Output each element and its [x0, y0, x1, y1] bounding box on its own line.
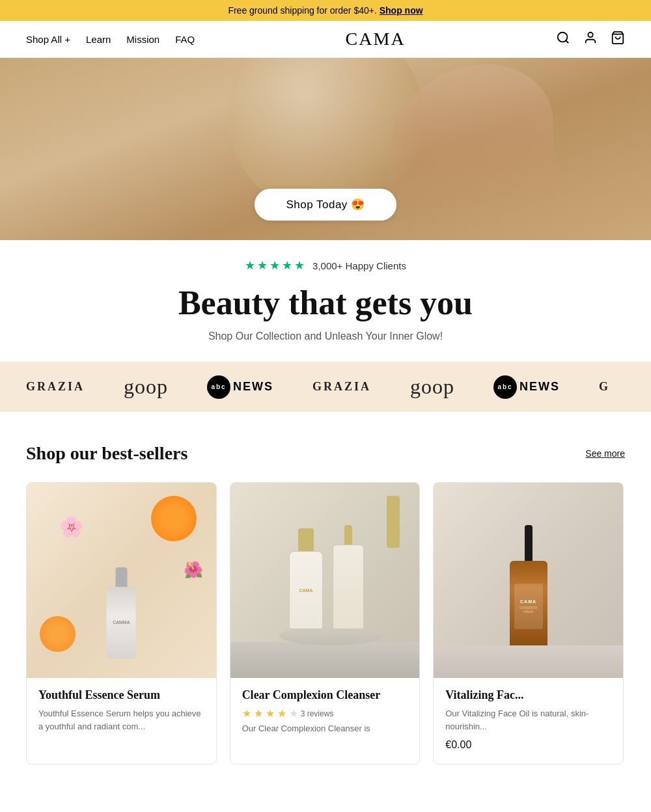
product-image-cleanser: CAMA: [230, 483, 420, 678]
happy-clients-text: 3,000+ Happy Clients: [312, 260, 406, 271]
bottle-label: CAMMA: [111, 619, 131, 627]
pump-head: [298, 528, 314, 551]
see-more-link[interactable]: See more: [585, 448, 625, 459]
press-grazia-3: G: [599, 380, 610, 394]
product-card-serum[interactable]: 🌸 🌺 CAMMA Youthful Essence Serum Youthfu…: [26, 482, 217, 765]
star-2: ★: [257, 258, 268, 273]
p-star-2: ★: [254, 707, 263, 720]
oil-bottle-body: CAMA CONDENTA SINAA: [510, 561, 547, 652]
product-card-oil[interactable]: CAMA CONDENTA SINAA Vitalizing Fac... Ou…: [433, 482, 624, 765]
product-image-serum: 🌸 🌺 CAMMA: [27, 483, 216, 678]
abc-circle-icon-2: abc: [493, 375, 517, 399]
press-grazia-1: GRAZIA: [26, 380, 85, 394]
cleanser-label-1: CAMA: [299, 588, 312, 593]
oil-bottle-group: CAMA CONDENTA SINAA: [510, 525, 547, 652]
hero-headline: Beauty that gets you: [26, 284, 625, 321]
hero-text-section: Beauty that gets you Shop Our Collection…: [0, 278, 651, 362]
best-sellers-header: Shop our best-sellers See more: [26, 443, 625, 464]
product-card-cleanser[interactable]: CAMA Clear Complexion Cleanser ★ ★ ★ ★ ★: [230, 482, 421, 765]
product-desc-cleanser: Our Clear Complexion Cleanser is: [242, 722, 408, 735]
announcement-bar: Free ground shipping for order $40+. Sho…: [0, 0, 651, 21]
pump-head-2: [344, 525, 352, 545]
orange-decoration-2: [40, 616, 76, 652]
best-sellers-title: Shop our best-sellers: [26, 443, 187, 464]
press-grazia-2: GRAZIA: [312, 380, 371, 394]
product-desc-oil: Our Vitalizing Face Oil is natural, skin…: [445, 707, 611, 733]
faucet-decoration: [387, 496, 400, 548]
best-sellers-section: Shop our best-sellers See more 🌸 🌺 CAMMA: [0, 412, 651, 791]
products-grid: 🌸 🌺 CAMMA Youthful Essence Serum Youthfu…: [26, 482, 625, 765]
svg-point-0: [558, 32, 568, 42]
abc-circle-icon: abc: [207, 375, 230, 399]
press-abcnews-2: abc NEWS: [493, 375, 560, 399]
product-price-oil: €0.00: [445, 739, 611, 751]
surface: [434, 645, 623, 678]
press-goop-1: goop: [124, 375, 168, 399]
orange-decoration-1: [151, 496, 197, 541]
site-logo[interactable]: CAMA: [346, 29, 406, 49]
flower-decoration-2: 🌺: [184, 561, 203, 579]
oil-brand: CAMA: [520, 599, 536, 604]
cleanser-body-2: [333, 545, 364, 629]
hero-section: Shop Today 😍: [0, 58, 651, 240]
p-star-3: ★: [266, 707, 275, 720]
svg-line-1: [566, 40, 568, 43]
search-icon[interactable]: [556, 31, 570, 48]
main-nav: Shop All + Learn Mission FAQ: [26, 34, 195, 45]
news-text: NEWS: [233, 380, 273, 394]
rating-stars: ★ ★ ★ ★ ★: [245, 258, 305, 273]
product-name-cleanser: Clear Complexion Cleanser: [242, 688, 408, 702]
header: Shop All + Learn Mission FAQ CAMA: [0, 21, 651, 58]
hero-subheadline: Shop Our Collection and Unleash Your Inn…: [26, 331, 625, 342]
press-goop-2: goop: [410, 375, 454, 399]
review-count-cleanser: 3 reviews: [301, 709, 334, 718]
product-info-cleanser: Clear Complexion Cleanser ★ ★ ★ ★ ★ 3 re…: [230, 678, 420, 755]
cleanser-bottle-1-group: CAMA: [289, 528, 323, 629]
cleanser-bottle-2-group: [333, 525, 364, 629]
press-logos-list: GRAZIA goop abc NEWS GRAZIA goop abc NEW…: [0, 375, 651, 399]
product-name-serum: Youthful Essence Serum: [38, 688, 204, 702]
account-icon[interactable]: [583, 31, 598, 48]
product-name-oil: Vitalizing Fac...: [445, 688, 611, 702]
shop-today-button[interactable]: Shop Today 😍: [255, 189, 396, 221]
p-star-4: ★: [277, 707, 286, 720]
social-proof-bar: ★ ★ ★ ★ ★ 3,000+ Happy Clients: [0, 240, 651, 278]
countertop: [230, 642, 420, 678]
flower-decoration-1: 🌸: [59, 515, 83, 538]
nav-mission[interactable]: Mission: [126, 34, 159, 45]
oil-label: CAMA CONDENTA SINAA: [514, 584, 543, 629]
star-1: ★: [245, 258, 255, 273]
nav-icons: [556, 31, 625, 48]
product-info-oil: Vitalizing Fac... Our Vitalizing Face Oi…: [434, 678, 623, 764]
press-bar: GRAZIA goop abc NEWS GRAZIA goop abc NEW…: [0, 362, 651, 412]
star-3: ★: [270, 258, 280, 273]
svg-point-2: [588, 32, 592, 36]
oil-dropper-cap: [525, 525, 533, 561]
cart-icon[interactable]: [611, 31, 625, 48]
bottle-body: CAMMA: [107, 587, 136, 658]
star-5: ★: [294, 258, 305, 273]
news-text-2: NEWS: [519, 380, 560, 394]
p-star-5-empty: ★: [289, 707, 298, 720]
product-stars-cleanser: ★ ★ ★ ★ ★ 3 reviews: [242, 707, 408, 720]
product-desc-serum: Youthful Essence Serum helps you achieve…: [38, 707, 204, 733]
nav-shop-all[interactable]: Shop All +: [26, 34, 70, 45]
oil-product-name: CONDENTA SINAA: [517, 606, 540, 614]
product-info-serum: Youthful Essence Serum Youthful Essence …: [27, 678, 216, 752]
serum-bottle-group: CAMMA: [107, 567, 136, 658]
press-abcnews-1: abc NEWS: [207, 375, 273, 399]
product-image-oil: CAMA CONDENTA SINAA: [434, 483, 623, 678]
star-4: ★: [282, 258, 292, 273]
cleanser-body-1: CAMA: [289, 551, 323, 629]
nav-learn[interactable]: Learn: [86, 34, 111, 45]
bottle-cap: [115, 567, 127, 587]
nav-faq[interactable]: FAQ: [175, 34, 195, 45]
announcement-text: Free ground shipping for order $40+.: [228, 5, 376, 16]
announcement-link[interactable]: Shop now: [380, 5, 423, 16]
p-star-1: ★: [242, 707, 251, 720]
